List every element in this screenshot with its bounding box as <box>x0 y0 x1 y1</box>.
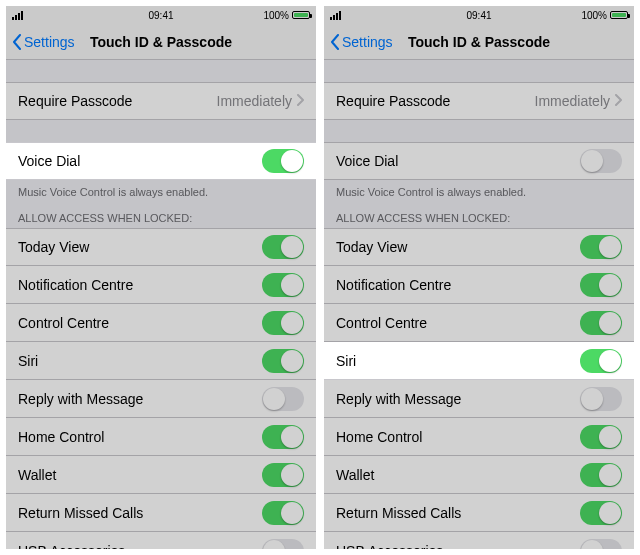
row-label: Reply with Message <box>336 391 461 407</box>
battery-icon <box>610 11 628 19</box>
phone-left: 09:41 100% Settings Touch ID & Passcode … <box>6 6 316 549</box>
toggle-return-missed-calls[interactable] <box>262 501 304 525</box>
row-return-missed-calls[interactable]: Return Missed Calls <box>6 494 316 532</box>
row-voice-dial[interactable]: Voice Dial <box>324 142 634 180</box>
row-label: USB Accessories <box>336 543 443 550</box>
row-label: Home Control <box>18 429 104 445</box>
row-label: Home Control <box>336 429 422 445</box>
row-label: Today View <box>336 239 407 255</box>
back-button[interactable]: Settings <box>330 34 393 50</box>
toggle-reply-with-message[interactable] <box>580 387 622 411</box>
row-return-missed-calls[interactable]: Return Missed Calls <box>324 494 634 532</box>
back-button[interactable]: Settings <box>12 34 75 50</box>
row-notification-centre[interactable]: Notification Centre <box>324 266 634 304</box>
row-label: Today View <box>18 239 89 255</box>
back-label: Settings <box>342 34 393 50</box>
nav-bar: Settings Touch ID & Passcode <box>324 24 634 60</box>
row-wallet[interactable]: Wallet <box>6 456 316 494</box>
toggle-wallet[interactable] <box>262 463 304 487</box>
row-siri[interactable]: Siri <box>324 342 634 380</box>
toggle-home-control[interactable] <box>262 425 304 449</box>
row-label: Return Missed Calls <box>336 505 461 521</box>
row-label: Require Passcode <box>18 93 132 109</box>
back-label: Settings <box>24 34 75 50</box>
section-allow-access: ALLOW ACCESS WHEN LOCKED: <box>324 208 634 228</box>
row-label: Siri <box>18 353 38 369</box>
section-allow-access: ALLOW ACCESS WHEN LOCKED: <box>6 208 316 228</box>
row-label: Siri <box>336 353 356 369</box>
row-label: Wallet <box>336 467 374 483</box>
chevron-right-icon <box>296 93 304 109</box>
row-label: Control Centre <box>18 315 109 331</box>
phone-right: 09:41 100% Settings Touch ID & Passcode … <box>324 6 634 549</box>
toggle-notification-centre[interactable] <box>262 273 304 297</box>
toggle-return-missed-calls[interactable] <box>580 501 622 525</box>
toggle-siri[interactable] <box>580 349 622 373</box>
row-require-passcode[interactable]: Require Passcode Immediately <box>6 82 316 120</box>
toggle-control-centre[interactable] <box>580 311 622 335</box>
toggle-usb-accessories[interactable] <box>262 539 304 550</box>
chevron-right-icon <box>614 93 622 109</box>
chevron-left-icon <box>330 34 340 50</box>
row-value: Immediately <box>535 93 622 109</box>
voice-dial-note: Music Voice Control is always enabled. <box>6 180 316 208</box>
row-home-control[interactable]: Home Control <box>6 418 316 456</box>
toggle-usb-accessories[interactable] <box>580 539 622 550</box>
toggle-wallet[interactable] <box>580 463 622 487</box>
toggle-notification-centre[interactable] <box>580 273 622 297</box>
row-require-passcode[interactable]: Require Passcode Immediately <box>324 82 634 120</box>
row-home-control[interactable]: Home Control <box>324 418 634 456</box>
nav-bar: Settings Touch ID & Passcode <box>6 24 316 60</box>
row-reply-with-message[interactable]: Reply with Message <box>324 380 634 418</box>
battery-icon <box>292 11 310 19</box>
row-label: Require Passcode <box>336 93 450 109</box>
status-time: 09:41 <box>324 10 634 21</box>
voice-dial-note: Music Voice Control is always enabled. <box>324 180 634 208</box>
row-label: Reply with Message <box>18 391 143 407</box>
row-value: Immediately <box>217 93 304 109</box>
settings-list: Require Passcode Immediately Voice Dial … <box>6 60 316 549</box>
row-today-view[interactable]: Today View <box>6 228 316 266</box>
row-label: Notification Centre <box>18 277 133 293</box>
row-label: Wallet <box>18 467 56 483</box>
toggle-voice-dial[interactable] <box>580 149 622 173</box>
row-label: Notification Centre <box>336 277 451 293</box>
row-label: Voice Dial <box>18 153 80 169</box>
status-bar: 09:41 100% <box>6 6 316 24</box>
row-reply-with-message[interactable]: Reply with Message <box>6 380 316 418</box>
row-control-centre[interactable]: Control Centre <box>324 304 634 342</box>
row-siri[interactable]: Siri <box>6 342 316 380</box>
row-usb-accessories[interactable]: USB Accessories <box>324 532 634 549</box>
toggle-home-control[interactable] <box>580 425 622 449</box>
row-today-view[interactable]: Today View <box>324 228 634 266</box>
status-bar: 09:41 100% <box>324 6 634 24</box>
row-control-centre[interactable]: Control Centre <box>6 304 316 342</box>
chevron-left-icon <box>12 34 22 50</box>
settings-list: Require Passcode Immediately Voice Dial … <box>324 60 634 549</box>
toggle-reply-with-message[interactable] <box>262 387 304 411</box>
toggle-today-view[interactable] <box>262 235 304 259</box>
status-time: 09:41 <box>6 10 316 21</box>
row-usb-accessories[interactable]: USB Accessories <box>6 532 316 549</box>
row-label: Control Centre <box>336 315 427 331</box>
toggle-siri[interactable] <box>262 349 304 373</box>
row-label: Voice Dial <box>336 153 398 169</box>
toggle-voice-dial[interactable] <box>262 149 304 173</box>
row-wallet[interactable]: Wallet <box>324 456 634 494</box>
toggle-control-centre[interactable] <box>262 311 304 335</box>
row-label: Return Missed Calls <box>18 505 143 521</box>
row-notification-centre[interactable]: Notification Centre <box>6 266 316 304</box>
row-label: USB Accessories <box>18 543 125 550</box>
row-voice-dial[interactable]: Voice Dial <box>6 142 316 180</box>
toggle-today-view[interactable] <box>580 235 622 259</box>
